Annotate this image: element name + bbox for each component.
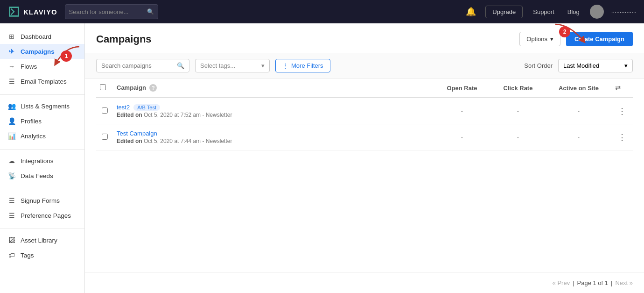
bell-icon: 🔔 bbox=[466, 7, 476, 16]
prev-page-link[interactable]: « Prev bbox=[553, 279, 570, 286]
campaigns-table: Campaign ? Open Rate Click Rate Active o… bbox=[96, 79, 633, 150]
global-search[interactable]: 🔍 bbox=[65, 4, 158, 19]
row-actions-cell: ⋮ bbox=[611, 98, 633, 124]
row-checkbox-0[interactable] bbox=[102, 107, 108, 114]
sidebar-label-preference-pages: Preference Pages bbox=[21, 212, 71, 219]
sidebar-label-profiles: Profiles bbox=[21, 118, 42, 125]
row-actions-button[interactable]: ⋮ bbox=[615, 131, 629, 143]
th-click-rate: Click Rate bbox=[490, 79, 546, 98]
campaign-search-container[interactable]: 🔍 bbox=[96, 59, 189, 72]
campaign-name-cell: test2A/B Test Edited on Oct 5, 2020 at 7… bbox=[113, 98, 434, 124]
sidebar-label-dashboard: Dashboard bbox=[21, 33, 51, 40]
campaign-search-icon: 🔍 bbox=[177, 62, 184, 69]
options-button[interactable]: Options ▾ bbox=[519, 32, 560, 46]
sidebar-label-email-templates: Email Templates bbox=[21, 78, 67, 85]
sidebar-label-integrations: Integrations bbox=[21, 157, 54, 164]
sidebar-item-asset-library[interactable]: 🖼 Asset Library bbox=[0, 233, 84, 248]
ab-test-badge: A/B Test bbox=[133, 104, 160, 111]
sort-order-label: Sort Order bbox=[524, 62, 553, 69]
create-campaign-button[interactable]: Create Campaign bbox=[566, 32, 633, 46]
pagination-separator-2: | bbox=[611, 279, 612, 286]
support-button[interactable]: Support bbox=[530, 8, 557, 15]
sidebar-item-tags[interactable]: 🏷 Tags bbox=[0, 248, 84, 263]
tags-placeholder: Select tags... bbox=[200, 62, 235, 69]
sidebar-item-lists-segments[interactable]: 👥 Lists & Segments bbox=[0, 99, 84, 114]
select-all-checkbox[interactable] bbox=[100, 84, 106, 90]
tags-icon: 🏷 bbox=[7, 251, 16, 259]
campaign-name-cell: Test Campaign Edited on Oct 5, 2020 at 7… bbox=[113, 124, 434, 150]
th-open-rate: Open Rate bbox=[434, 79, 490, 98]
campaign-edited-on: Edited on Oct 5, 2020 at 7:44 am - Newsl… bbox=[117, 138, 430, 144]
next-page-link[interactable]: Next » bbox=[615, 279, 633, 286]
sidebar-label-tags: Tags bbox=[21, 252, 34, 259]
sidebar-item-email-templates[interactable]: ☰ Email Templates bbox=[0, 74, 84, 89]
tags-select[interactable]: Select tags... ▾ bbox=[195, 59, 270, 72]
sidebar-item-flows[interactable]: → Flows bbox=[0, 59, 84, 74]
signup-forms-icon: ☰ bbox=[7, 197, 16, 204]
campaign-search-input[interactable] bbox=[101, 62, 174, 69]
email-templates-icon: ☰ bbox=[7, 78, 16, 85]
th-campaign: Campaign ? bbox=[113, 79, 434, 98]
campaigns-table-container: Campaign ? Open Rate Click Rate Active o… bbox=[85, 79, 644, 272]
sidebar-item-profiles[interactable]: 👤 Profiles bbox=[0, 114, 84, 129]
sidebar-item-campaigns[interactable]: ✈ Campaigns bbox=[0, 44, 84, 59]
sidebar-section-main: ⊞ Dashboard ✈ Campaigns → Flows ☰ Email … bbox=[0, 29, 84, 89]
top-navigation: KLAVIYO 🔍 🔔 Upgrade Support Blog ·······… bbox=[0, 0, 644, 23]
active-on-site-cell: - bbox=[546, 124, 611, 150]
open-rate-cell: - bbox=[434, 98, 490, 124]
th-active-on-site: Active on Site bbox=[546, 79, 611, 98]
more-filters-label: More Filters bbox=[291, 62, 323, 69]
options-chevron-icon: ▾ bbox=[550, 36, 553, 43]
sidebar-item-signup-forms[interactable]: ☰ Signup Forms bbox=[0, 193, 84, 208]
row-actions-button[interactable]: ⋮ bbox=[615, 105, 629, 117]
table-row: Test Campaign Edited on Oct 5, 2020 at 7… bbox=[96, 124, 633, 150]
upgrade-button[interactable]: Upgrade bbox=[485, 6, 523, 18]
sidebar-section-assets: 🖼 Asset Library 🏷 Tags bbox=[0, 233, 84, 263]
sidebar: ⊞ Dashboard ✈ Campaigns → Flows ☰ Email … bbox=[0, 23, 85, 293]
campaign-help-icon[interactable]: ? bbox=[149, 84, 157, 92]
sidebar-divider-4 bbox=[0, 229, 84, 229]
th-actions: ⇄ bbox=[611, 79, 633, 98]
sidebar-label-data-feeds: Data Feeds bbox=[21, 172, 53, 179]
campaign-name-link[interactable]: Test Campaign bbox=[117, 130, 157, 137]
sidebar-section-integrations: ☁ Integrations 📡 Data Feeds bbox=[0, 153, 84, 183]
avatar bbox=[590, 5, 604, 19]
pagination: « Prev | Page 1 of 1 | Next » bbox=[85, 272, 644, 293]
data-feeds-icon: 📡 bbox=[7, 172, 16, 179]
user-name: ··············· bbox=[611, 8, 637, 15]
sidebar-label-asset-library: Asset Library bbox=[21, 237, 57, 244]
sort-chevron-icon: ▾ bbox=[624, 62, 628, 69]
global-search-input[interactable] bbox=[69, 8, 144, 15]
more-filters-button[interactable]: ⋮ More Filters bbox=[275, 59, 330, 72]
sidebar-item-preference-pages[interactable]: ☰ Preference Pages bbox=[0, 208, 84, 223]
columns-settings-icon[interactable]: ⇄ bbox=[615, 84, 621, 92]
sidebar-item-dashboard[interactable]: ⊞ Dashboard bbox=[0, 29, 84, 44]
blog-button[interactable]: Blog bbox=[565, 8, 582, 15]
row-checkbox-1[interactable] bbox=[102, 134, 108, 140]
sidebar-item-integrations[interactable]: ☁ Integrations bbox=[0, 153, 84, 168]
active-on-site-cell: - bbox=[546, 98, 611, 124]
click-rate-cell: - bbox=[490, 124, 546, 150]
sort-order-select[interactable]: Last Modified ▾ bbox=[558, 59, 633, 72]
content-header: Campaigns Options ▾ Create Campaign bbox=[85, 23, 644, 53]
sidebar-section-forms: ☰ Signup Forms ☰ Preference Pages bbox=[0, 193, 84, 223]
table-row: test2A/B Test Edited on Oct 5, 2020 at 7… bbox=[96, 98, 633, 124]
sidebar-label-campaigns: Campaigns bbox=[21, 48, 55, 55]
klaviyo-logo-icon bbox=[7, 5, 21, 18]
tags-chevron-icon: ▾ bbox=[261, 62, 265, 69]
dashboard-icon: ⊞ bbox=[7, 33, 16, 40]
sidebar-section-contacts: 👥 Lists & Segments 👤 Profiles 📊 Analytic… bbox=[0, 99, 84, 143]
preference-pages-icon: ☰ bbox=[7, 212, 16, 219]
flows-icon: → bbox=[7, 63, 16, 70]
notifications-button[interactable]: 🔔 bbox=[464, 5, 478, 19]
campaign-name-link[interactable]: test2 bbox=[117, 104, 130, 111]
th-select-all bbox=[96, 79, 113, 98]
sort-order-value: Last Modified bbox=[563, 62, 599, 69]
analytics-icon: 📊 bbox=[7, 132, 16, 140]
row-actions-cell: ⋮ bbox=[611, 124, 633, 150]
col-campaign-label: Campaign bbox=[117, 84, 146, 91]
sidebar-item-analytics[interactable]: 📊 Analytics bbox=[0, 129, 84, 143]
row-checkbox-cell bbox=[96, 98, 113, 124]
sidebar-item-data-feeds[interactable]: 📡 Data Feeds bbox=[0, 168, 84, 183]
options-label: Options bbox=[526, 36, 547, 43]
